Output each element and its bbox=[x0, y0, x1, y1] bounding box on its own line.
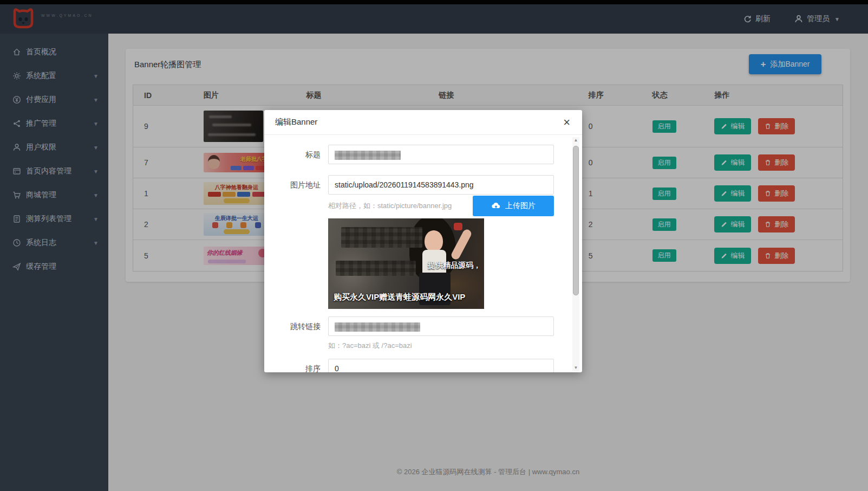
link-field-label: 跳转链接 bbox=[264, 316, 328, 336]
redacted-preview-block bbox=[341, 227, 422, 248]
title-input[interactable] bbox=[328, 145, 554, 164]
scrollbar-thumb[interactable] bbox=[573, 146, 579, 295]
link-hint: 如：?ac=bazi 或 /?ac=bazi bbox=[328, 341, 412, 350]
scroll-up-arrow[interactable]: ▲ bbox=[572, 137, 579, 144]
cloud-upload-icon bbox=[491, 201, 501, 211]
image-url-hint: 相对路径，如：static/picture/banner.jpg bbox=[328, 196, 452, 216]
upload-image-button[interactable]: 上传图片 bbox=[473, 196, 554, 216]
sort-field-label: 排序 bbox=[264, 359, 328, 372]
modal-body: 标题 图片地址 相对路径，如：static/picture/banner.jpg bbox=[264, 135, 582, 372]
preview-caption-bottom: 购买永久VIP赠送青蛙源码网永久VIP bbox=[334, 292, 465, 302]
image-url-input[interactable] bbox=[328, 175, 554, 195]
redacted-preview-block bbox=[336, 261, 416, 276]
edit-banner-modal: 编辑Banner × 标题 图片地址 相对路径，如：static/picture… bbox=[264, 110, 582, 372]
scroll-down-arrow[interactable]: ▼ bbox=[572, 365, 579, 371]
redacted-title-value bbox=[335, 151, 401, 160]
upload-image-label: 上传图片 bbox=[505, 201, 536, 211]
modal-title: 编辑Banner bbox=[275, 117, 562, 127]
modal-scrollbar[interactable]: ▲ ▼ bbox=[572, 137, 579, 371]
title-field-label: 标题 bbox=[264, 145, 328, 164]
link-input[interactable] bbox=[328, 316, 554, 336]
banner-preview-image: 提供精品源码， 购买永久VIP赠送青蛙源码网永久VIP bbox=[328, 218, 484, 309]
preview-caption-mid: 提供精品源码， bbox=[428, 261, 481, 270]
sort-input[interactable] bbox=[328, 359, 554, 372]
image-url-field-label: 图片地址 bbox=[264, 175, 328, 195]
redacted-link-value bbox=[335, 322, 420, 332]
close-icon[interactable]: × bbox=[562, 117, 571, 128]
